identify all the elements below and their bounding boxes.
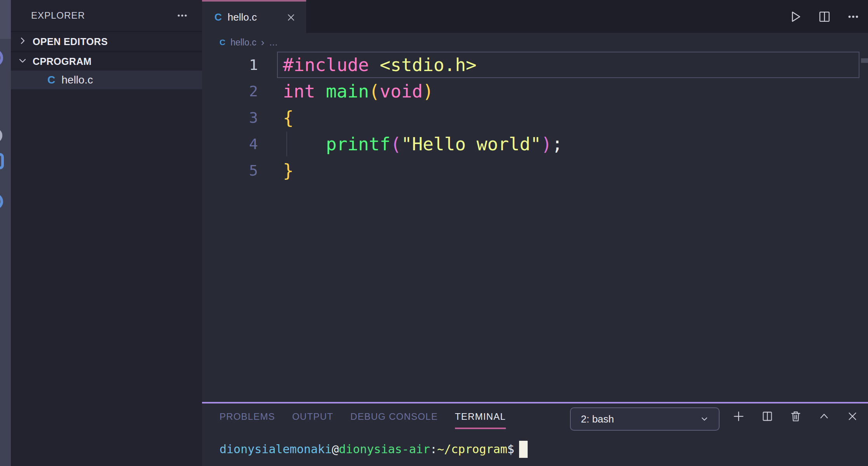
section-label: CPROGRAM: [33, 56, 92, 67]
code-token: (: [369, 81, 380, 102]
sidebar-section-cprogram[interactable]: CPROGRAM: [11, 52, 202, 71]
code-token: ): [423, 81, 434, 102]
chevron-down-icon: [18, 56, 27, 67]
code-line-1[interactable]: 1#include <stdio.h>: [202, 52, 868, 78]
code-token: (: [390, 134, 401, 155]
panel-bar: PROBLEMSOUTPUTDEBUG CONSOLETERMINAL 2: b…: [202, 403, 868, 429]
sidebar-header: EXPLORER: [11, 0, 202, 31]
panel-tab-problems[interactable]: PROBLEMS: [220, 403, 275, 429]
code-token: {: [283, 107, 294, 128]
prompt-segment: $: [507, 442, 514, 456]
code-token: int: [283, 81, 315, 102]
indent-guide-line: [286, 132, 287, 156]
overview-ruler-cursor-marker: [861, 58, 868, 63]
cropped-extension-icon[interactable]: [0, 49, 3, 67]
code-line-3[interactable]: 3{: [202, 104, 868, 131]
cropped-icon[interactable]: [0, 153, 4, 169]
tab-hello-c[interactable]: C hello.c: [202, 0, 306, 33]
prompt-segment: @: [332, 442, 339, 456]
close-tab-icon[interactable]: [286, 12, 296, 23]
code-lines: 1#include <stdio.h>2int main(void)3{4 pr…: [202, 52, 868, 184]
editor-actions: [788, 0, 868, 33]
code-token: printf: [326, 134, 390, 155]
line-number: 2: [202, 78, 258, 104]
line-number: 1: [202, 52, 258, 78]
section-label: OPEN EDITORS: [33, 36, 108, 47]
c-file-icon: C: [214, 11, 222, 23]
file-name: hello.c: [61, 74, 93, 86]
cropped-icon[interactable]: [0, 193, 3, 210]
prompt-segment: dionysialemonaki: [220, 442, 332, 456]
breadcrumb-separator-icon: ›: [261, 37, 265, 47]
code-token: "Hello world": [401, 134, 541, 155]
code-line-content[interactable]: int main(void): [277, 78, 859, 104]
code-token: }: [283, 160, 294, 181]
split-editor-icon[interactable]: [817, 9, 832, 24]
editor-area: C hello.c C hello.c ›: [202, 0, 868, 402]
prompt-segment: dionysias-air: [339, 442, 430, 456]
panel-actions: [732, 403, 859, 429]
code-line-content[interactable]: {: [277, 104, 859, 131]
prompt-segment: :: [430, 442, 437, 456]
more-actions-icon[interactable]: [176, 9, 189, 22]
line-number: 4: [202, 131, 258, 157]
breadcrumb-more[interactable]: …: [269, 37, 278, 48]
vscode-window: EXPLORER OPEN EDITORS CPROGRAM C hello.c: [0, 0, 868, 466]
code-token: [283, 134, 326, 155]
sidebar-title: EXPLORER: [31, 10, 85, 21]
activity-bar-partial: [0, 0, 11, 466]
code-line-5[interactable]: 5}: [202, 157, 868, 184]
code-line-content[interactable]: printf("Hello world");: [277, 131, 859, 157]
tab-label: hello.c: [228, 11, 257, 23]
code-token: main: [326, 81, 369, 102]
code-token: [369, 54, 380, 75]
file-item-hello-c[interactable]: C hello.c: [11, 71, 202, 89]
code-line-2[interactable]: 2int main(void): [202, 78, 868, 104]
prompt-segment: ~/cprogram: [437, 442, 507, 456]
terminal-content[interactable]: dionysialemonaki@dionysias-air:~/cprogra…: [202, 429, 868, 459]
more-actions-icon[interactable]: [846, 9, 861, 24]
line-number: 3: [202, 104, 258, 131]
breadcrumb: C hello.c › …: [202, 33, 868, 52]
terminal-prompt: dionysialemonaki@dionysias-air:~/cprogra…: [220, 442, 514, 456]
panel-tab-output[interactable]: OUTPUT: [292, 403, 333, 429]
tab-bar: C hello.c: [202, 0, 868, 33]
code-token: ;: [552, 134, 563, 155]
code-line-content[interactable]: }: [277, 157, 859, 184]
chevron-right-icon: [18, 36, 27, 47]
code-token: [315, 81, 326, 102]
kill-terminal-trash-icon[interactable]: [789, 410, 802, 423]
activity-bar-top: [0, 0, 11, 39]
c-file-icon: C: [220, 38, 225, 47]
shell-select-value: 2: bash: [581, 413, 614, 425]
terminal-shell-select[interactable]: 2: bash: [570, 407, 720, 431]
close-panel-icon[interactable]: [846, 410, 859, 423]
code-editor[interactable]: 1#include <stdio.h>2int main(void)3{4 pr…: [202, 52, 868, 402]
new-terminal-icon[interactable]: [732, 409, 746, 423]
run-icon[interactable]: [788, 9, 803, 24]
code-token: void: [380, 81, 423, 102]
split-terminal-icon[interactable]: [761, 410, 774, 423]
code-token: ): [541, 134, 552, 155]
bottom-panel: PROBLEMSOUTPUTDEBUG CONSOLETERMINAL 2: b…: [202, 402, 868, 466]
code-token: #include: [283, 54, 369, 75]
panel-tab-debug-console[interactable]: DEBUG CONSOLE: [350, 403, 438, 429]
cropped-icon[interactable]: [0, 128, 2, 143]
c-file-icon: C: [47, 74, 55, 86]
sidebar-section-open-editors[interactable]: OPEN EDITORS: [11, 31, 202, 52]
code-line-content[interactable]: #include <stdio.h>: [277, 52, 859, 78]
chevron-down-icon: [699, 413, 710, 425]
maximize-panel-chevron-up-icon[interactable]: [817, 410, 831, 423]
explorer-sidebar: EXPLORER OPEN EDITORS CPROGRAM C hello.c: [11, 0, 202, 466]
code-token: <stdio.h>: [380, 54, 476, 75]
breadcrumb-file[interactable]: hello.c: [230, 37, 256, 48]
terminal-cursor: [519, 441, 528, 458]
panel-tabs: PROBLEMSOUTPUTDEBUG CONSOLETERMINAL: [220, 403, 506, 429]
line-number: 5: [202, 157, 258, 184]
code-line-4[interactable]: 4 printf("Hello world");: [202, 131, 868, 157]
panel-tab-terminal[interactable]: TERMINAL: [455, 403, 506, 429]
